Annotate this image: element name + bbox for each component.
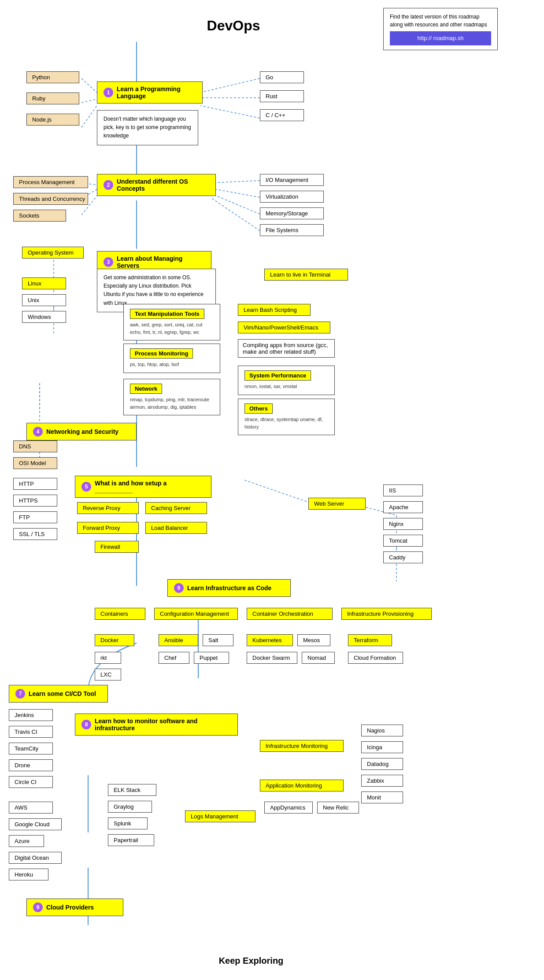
terminal-box: Learn to live in Terminal xyxy=(264,269,348,281)
section-9-number: 9 xyxy=(33,902,43,912)
svg-line-12 xyxy=(211,198,260,231)
windows-box: Windows xyxy=(22,311,66,323)
others-title: Others xyxy=(244,403,273,414)
text-manip-group: Text Manipulation Tools awk, sed, grep, … xyxy=(123,304,220,340)
infra-prov-box: Infrastructure Provisioning xyxy=(341,608,432,620)
section-7-label: Learn some CI/CD Tool xyxy=(29,690,96,697)
svg-line-5 xyxy=(200,106,260,118)
section-4-number: 4 xyxy=(33,427,43,436)
text-manip-title: Text Manipulation Tools xyxy=(130,309,204,319)
network-sub: nmap, tcpdump, ping, mtr, traceroute air… xyxy=(130,396,214,410)
section-6-number: 6 xyxy=(174,583,184,593)
azure-box: Azure xyxy=(9,835,44,847)
section-5-number: 5 xyxy=(81,482,91,492)
aws-box: AWS xyxy=(9,802,53,814)
svg-line-9 xyxy=(211,181,260,183)
virtualization-box: Virtualization xyxy=(260,191,324,203)
roadmap-link[interactable]: http:// roadmap.sh xyxy=(390,31,491,45)
svg-line-11 xyxy=(211,194,260,214)
container-orch-box: Container Orchestration xyxy=(247,608,333,620)
kubernetes-box: Kubernetes xyxy=(247,634,293,646)
linux-box: Linux xyxy=(22,277,66,289)
zabbix-box: Zabbix xyxy=(361,775,403,787)
heroku-box: Heroku xyxy=(9,869,48,880)
apache-box: Apache xyxy=(383,501,423,513)
section-4-label: Networking and Security xyxy=(46,428,118,435)
sys-perf-title: System Performance xyxy=(244,370,311,381)
docker-box: Docker xyxy=(95,634,134,646)
nomad-box: Nomad xyxy=(302,652,335,664)
section-3-number: 3 xyxy=(104,257,113,267)
circle-ci-box: Circle CI xyxy=(9,776,53,788)
mesos-box: Mesos xyxy=(297,634,330,646)
splunk-box: Splunk xyxy=(108,817,148,829)
memory-storage-box: Memory/Storage xyxy=(260,207,324,219)
footer-text: Keep Exploring xyxy=(189,956,313,966)
roadmap-container: DevOps Find the latest version of this r… xyxy=(0,0,544,980)
reverse-proxy-box: Reverse Proxy xyxy=(77,502,139,514)
section-7-number: 7 xyxy=(15,689,25,699)
section-1-label: Learn a Programming Language xyxy=(117,85,196,100)
salt-box: Salt xyxy=(203,634,233,646)
ssl-tls-box: SSL / TLS xyxy=(13,528,57,540)
sockets-box: Sockets xyxy=(13,210,66,222)
elk-box: ELK Stack xyxy=(108,784,156,796)
ansible-box: Ansible xyxy=(159,634,198,646)
section-4-header: 4 Networking and Security xyxy=(26,423,137,440)
section-9-label: Cloud Providers xyxy=(46,904,94,911)
docker-swarm-box: Docker Swarm xyxy=(247,652,297,664)
app-dynamics-box: AppDynamics xyxy=(264,802,313,814)
ruby-box: Ruby xyxy=(26,92,79,104)
firewall-box: Firewall xyxy=(95,541,139,553)
forward-proxy-box: Forward Proxy xyxy=(77,522,139,534)
network-group: Network nmap, tcpdump, ping, mtr, tracer… xyxy=(123,379,220,415)
unix-box: Unix xyxy=(22,294,66,306)
infra-monitor-box: Infrastructure Monitoring xyxy=(260,740,344,752)
svg-line-0 xyxy=(81,78,97,92)
process-monitor-title: Process Monitoring xyxy=(130,348,193,359)
app-monitor-box: Application Monitoring xyxy=(260,780,344,791)
containers-box: Containers xyxy=(95,608,145,620)
https-box: HTTPS xyxy=(13,495,57,507)
caching-server-box: Caching Server xyxy=(145,502,207,514)
dns-box: DNS xyxy=(13,440,57,452)
chef-box: Chef xyxy=(159,652,189,664)
svg-line-10 xyxy=(211,189,260,197)
section-2-label: Understand different OS Concepts xyxy=(117,178,209,192)
sys-perf-sub: nmon, iostat, sar, vmstat xyxy=(244,383,328,390)
others-sub: strace, dtrace, systemtap uname, df, his… xyxy=(244,416,328,430)
http-box: HTTP xyxy=(13,478,57,490)
logs-mgmt-box: Logs Management xyxy=(185,810,255,822)
threads-box: Threads and Concurrency xyxy=(13,193,88,205)
datadog-box: Datadog xyxy=(361,758,403,770)
jenkins-box: Jenkins xyxy=(9,709,53,721)
others-group: Others strace, dtrace, systemtap uname, … xyxy=(238,399,335,435)
file-systems-box: File Systems xyxy=(260,224,324,236)
graylog-box: Graylog xyxy=(108,801,152,813)
section-1-header: 1 Learn a Programming Language xyxy=(97,81,203,104)
section-2-number: 2 xyxy=(104,180,113,190)
tomcat-box: Tomcat xyxy=(383,535,423,547)
papertrail-box: Papertrail xyxy=(108,834,154,846)
svg-line-2 xyxy=(81,106,97,127)
section-9-header: 9 Cloud Providers xyxy=(26,899,123,916)
process-monitor-sub: ps, top, htop, atop, lsof xyxy=(130,361,214,368)
bash-box: Learn Bash Scripting xyxy=(238,304,311,316)
monit-box: Monit xyxy=(361,791,403,803)
network-title: Network xyxy=(130,384,162,394)
section-6-header: 6 Learn Infrastructure as Code xyxy=(167,579,291,597)
text-manip-sub: awk, sed, grep, sort, uniq, cat, cut ech… xyxy=(130,321,214,336)
io-mgmt-box: I/O Management xyxy=(260,174,324,186)
section-5-label: What is and how setup a ___________ xyxy=(95,480,205,494)
caddy-box: Caddy xyxy=(383,551,423,563)
page-title: DevOps xyxy=(189,18,278,34)
load-balancer-box: Load Balancer xyxy=(145,522,207,534)
google-cloud-box: Google Cloud xyxy=(9,818,62,830)
section-6-label: Learn Infrastructure as Code xyxy=(187,584,271,592)
nginx-box: Nginx xyxy=(383,518,423,530)
section-2-header: 2 Understand different OS Concepts xyxy=(97,174,216,196)
drone-box: Drone xyxy=(9,759,53,771)
new-relic-box: New Relic xyxy=(317,802,359,814)
section-8-label: Learn how to monitor software and infras… xyxy=(95,717,231,732)
section-3-label: Learn about Managing Servers xyxy=(117,255,205,269)
